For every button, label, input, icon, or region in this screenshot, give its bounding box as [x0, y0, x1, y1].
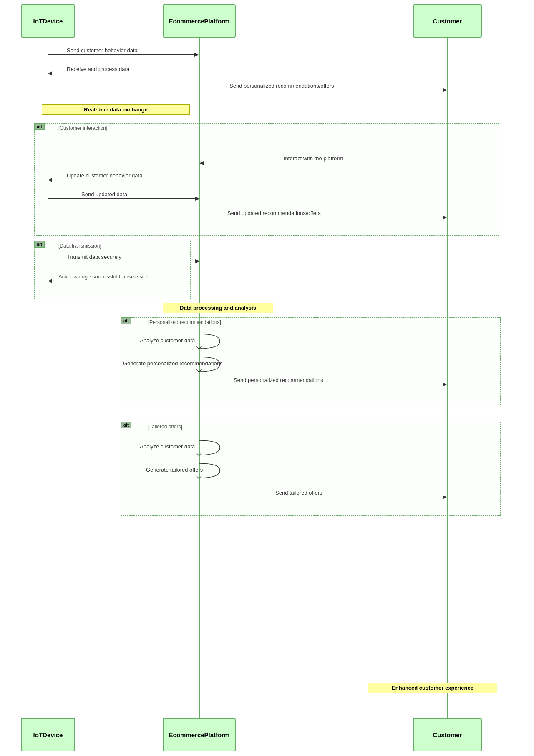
- note-enhanced: Enhanced customer experience: [368, 683, 497, 693]
- arrow-send-recommendations: [200, 90, 446, 90]
- actor-customer-top: Customer: [413, 4, 482, 38]
- alt-condition-2: [Data transmission]: [58, 243, 101, 249]
- actor-ecomm-top: EcommercePlatform: [163, 4, 236, 38]
- arrow-send-behavior: [48, 54, 198, 55]
- actor-ecomm-bottom: EcommercePlatform: [163, 718, 236, 751]
- actor-iot-bottom: IoTDevice: [21, 718, 75, 751]
- note-realtime: Real-time data exchange: [42, 104, 190, 115]
- note-data-processing: Data processing and analysis: [163, 303, 273, 313]
- label-send-personalized: Send personalized recommendations: [234, 377, 323, 383]
- arrow-receive-process: [48, 73, 198, 73]
- arrow-transmit: [48, 261, 199, 261]
- alt-condition-3: [Personalized recommendations]: [148, 319, 221, 325]
- arrow-send-tailored: [200, 497, 446, 497]
- self-arrow-analyze-2: [199, 440, 224, 455]
- alt-label-3: alt: [121, 317, 131, 324]
- label-generate-2: Generate tailored offers: [146, 467, 203, 473]
- arrow-send-personalized: [200, 384, 446, 384]
- actor-iot-top: IoTDevice: [21, 4, 75, 38]
- alt-label-4: alt: [121, 422, 131, 428]
- alt-box-data-transmission: [34, 241, 191, 299]
- label-analyze-1: Analyze customer data: [140, 337, 195, 344]
- alt-label-1: alt: [34, 123, 45, 130]
- label-interact: Interact with the platform: [284, 155, 343, 162]
- label-send-behavior: Send customer behavior data: [67, 47, 138, 53]
- label-generate-1: Generate personalized recommendations: [123, 360, 222, 367]
- label-transmit: Transmit data securely: [67, 254, 121, 260]
- label-analyze-2: Analyze customer data: [140, 443, 195, 450]
- arrow-send-updated-rec: [200, 217, 446, 217]
- self-arrow-analyze-1: [199, 334, 224, 349]
- label-ack: Acknowledge successful transmission: [58, 273, 149, 280]
- sequence-diagram: IoTDevice EcommercePlatform Customer IoT…: [0, 0, 534, 756]
- label-send-updated-rec: Send updated recommendations/offers: [227, 210, 321, 216]
- label-receive-process: Receive and process data: [67, 66, 129, 72]
- actor-customer-bottom: Customer: [413, 718, 482, 751]
- alt-condition-1: [Customer interaction]: [58, 125, 107, 131]
- label-update-behavior: Update customer behavior data: [67, 172, 142, 179]
- label-send-recommendations: Send personalized recommendations/offers: [229, 83, 334, 89]
- alt-condition-4: [Tailored offers]: [148, 424, 182, 430]
- arrow-interact: [200, 163, 446, 163]
- arrow-update-behavior: [48, 180, 199, 180]
- arrow-ack: [48, 281, 199, 281]
- alt-label-2: alt: [34, 241, 45, 248]
- label-send-tailored: Send tailored offers: [275, 490, 322, 496]
- label-send-updated: Send updated data: [81, 191, 127, 197]
- arrow-send-updated: [48, 198, 199, 199]
